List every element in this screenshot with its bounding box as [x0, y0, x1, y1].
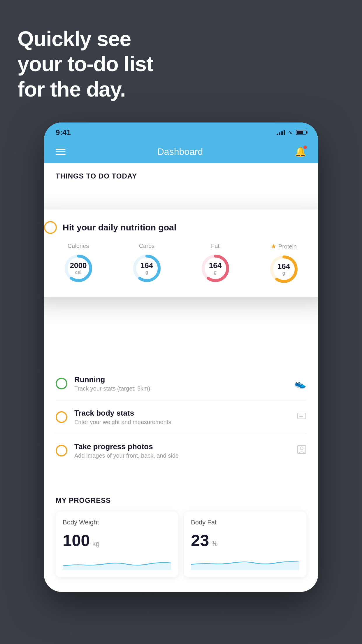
body-fat-chart: [191, 556, 299, 570]
body-weight-value: 100 kg: [63, 531, 171, 550]
nutrition-checkbox[interactable]: [44, 221, 57, 234]
body-fat-label: Body Fat: [191, 519, 299, 526]
fat-label: Fat: [211, 243, 219, 249]
nav-title: Dashboard: [157, 146, 203, 157]
hero-line3: for the day.: [17, 77, 153, 102]
running-icon: 👟: [295, 378, 306, 389]
body-stats-text: Track body stats Enter your weight and m…: [74, 409, 290, 426]
phone-wrapper: 9:41 ∿ Dashboard: [44, 123, 318, 592]
status-icons: ∿: [277, 129, 306, 136]
notification-button[interactable]: 🔔: [295, 146, 306, 157]
fat-unit: g: [209, 270, 222, 275]
carbs-label: Carbs: [139, 243, 154, 249]
notification-dot: [303, 146, 307, 149]
calories-value: 2000: [70, 261, 87, 270]
protein-unit: g: [277, 271, 290, 276]
body-fat-card[interactable]: Body Fat 23 %: [184, 512, 306, 577]
carbs-value: 164: [140, 261, 153, 270]
nutrition-carbs: Carbs 164 g: [131, 243, 163, 284]
phone: 9:41 ∿ Dashboard: [44, 123, 318, 592]
protein-donut: 164 g: [268, 253, 300, 285]
body-stats-checkbox[interactable]: [56, 411, 67, 423]
wifi-icon: ∿: [288, 129, 293, 136]
svg-point-12: [300, 447, 303, 450]
running-checkbox[interactable]: [56, 378, 67, 389]
nutrition-fat: Fat 164 g: [199, 243, 231, 284]
hero-text: Quickly see your to-do list for the day.: [17, 26, 153, 102]
protein-label: ★ Protein: [271, 243, 297, 250]
running-title: Running: [74, 375, 288, 384]
section-title-today: THINGS TO DO TODAY: [44, 163, 318, 186]
nutrition-card: Hit your daily nutrition goal Calories: [44, 209, 318, 297]
fat-donut: 164 g: [199, 252, 231, 284]
status-time: 9:41: [56, 128, 71, 137]
progress-section-title: MY PROGRESS: [56, 496, 306, 505]
hero-line1: Quickly see: [17, 26, 153, 51]
todo-item-photos[interactable]: Take progress photos Add images of your …: [56, 434, 306, 467]
calories-label: Calories: [68, 243, 89, 249]
nav-bar: Dashboard 🔔: [44, 140, 318, 163]
menu-button[interactable]: [56, 149, 66, 155]
body-fat-unit: %: [211, 540, 217, 548]
todo-item-body-stats[interactable]: Track body stats Enter your weight and m…: [56, 400, 306, 434]
body-stats-subtitle: Enter your weight and measurements: [74, 419, 290, 426]
battery-icon: [296, 130, 306, 135]
nutrition-card-title: Hit your daily nutrition goal: [63, 223, 176, 232]
nutrition-protein: ★ Protein 164 g: [268, 243, 300, 285]
running-subtitle: Track your stats (target: 5km): [74, 385, 288, 392]
scale-icon: [297, 411, 306, 423]
star-icon: ★: [271, 243, 277, 250]
body-weight-label: Body Weight: [63, 519, 171, 526]
calories-unit: cal: [70, 270, 87, 275]
todo-list: Running Track your stats (target: 5km) 👟…: [44, 367, 318, 467]
signal-icon: [277, 130, 285, 135]
todo-item-running[interactable]: Running Track your stats (target: 5km) 👟: [56, 367, 306, 400]
body-weight-card[interactable]: Body Weight 100 kg: [56, 512, 178, 577]
photos-title: Take progress photos: [74, 442, 290, 451]
photos-checkbox[interactable]: [56, 445, 67, 456]
carbs-donut: 164 g: [131, 252, 163, 284]
carbs-unit: g: [140, 270, 153, 275]
running-text: Running Track your stats (target: 5km): [74, 375, 288, 392]
body-weight-unit: kg: [92, 540, 99, 548]
body-fat-value: 23 %: [191, 531, 299, 550]
body-fat-number: 23: [191, 531, 209, 550]
hero-line2: your to-do list: [17, 51, 153, 76]
body-weight-chart: [63, 556, 171, 570]
fat-value: 164: [209, 261, 222, 270]
protein-value: 164: [277, 262, 290, 271]
my-progress-section: MY PROGRESS Body Weight 100 kg: [44, 485, 318, 592]
svg-rect-8: [298, 413, 306, 419]
app-content: THINGS TO DO TODAY Hit your daily nutrit…: [44, 163, 318, 592]
body-stats-title: Track body stats: [74, 409, 290, 418]
card-header: Hit your daily nutrition goal: [44, 221, 318, 234]
status-bar: 9:41 ∿: [44, 123, 318, 140]
nutrition-calories: Calories 2000 cal: [62, 243, 94, 284]
progress-cards: Body Weight 100 kg: [56, 512, 306, 577]
photos-subtitle: Add images of your front, back, and side: [74, 452, 290, 459]
person-icon: [297, 445, 306, 456]
photos-text: Take progress photos Add images of your …: [74, 442, 290, 459]
body-weight-number: 100: [63, 531, 90, 550]
calories-donut: 2000 cal: [62, 252, 94, 284]
nutrition-circles: Calories 2000 cal: [44, 243, 318, 285]
